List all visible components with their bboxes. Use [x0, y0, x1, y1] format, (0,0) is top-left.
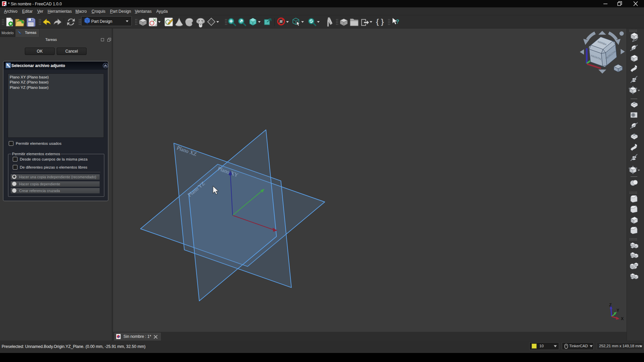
svg-text:Y: Y: [616, 308, 620, 313]
svg-text:Z: Z: [609, 303, 612, 307]
svg-text:?: ?: [396, 18, 399, 25]
svg-text:X: X: [621, 316, 624, 321]
svg-text:Part Design: Part Design: [91, 19, 112, 24]
svg-text:{ }: { }: [376, 17, 384, 26]
